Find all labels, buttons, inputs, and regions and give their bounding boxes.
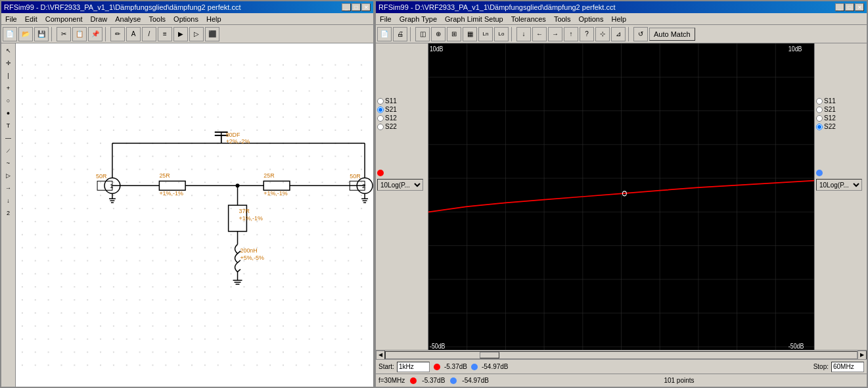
- right-s11-radio[interactable]: [816, 98, 823, 105]
- tb-text[interactable]: A: [126, 27, 141, 41]
- right-maximize[interactable]: □: [845, 3, 854, 11]
- menu-file[interactable]: File: [1, 14, 21, 24]
- tb-sep1: [51, 27, 54, 41]
- left-dropdown-container[interactable]: 10Log(P...: [377, 179, 423, 191]
- tb-stop[interactable]: ⬛: [205, 27, 219, 41]
- right-s21-radio[interactable]: [816, 107, 823, 113]
- right-s11[interactable]: S11: [816, 97, 836, 105]
- scroll-thumb[interactable]: [480, 352, 499, 358]
- right-s22[interactable]: S22: [816, 123, 836, 130]
- rtb-right[interactable]: →: [548, 27, 562, 41]
- rtb-cycle[interactable]: ↺: [633, 27, 648, 41]
- rmenu-graphtype[interactable]: Graph Type: [396, 14, 441, 24]
- rtb-print[interactable]: 🖨: [393, 27, 407, 41]
- start-input[interactable]: [397, 362, 430, 372]
- tool-slash[interactable]: ⟋: [3, 145, 14, 157]
- auto-match-button[interactable]: Auto Match: [649, 28, 695, 41]
- svg-text:200nH: 200nH: [240, 247, 257, 254]
- right-minimize[interactable]: _: [835, 3, 844, 11]
- right-graph-dropdown[interactable]: 10Log(P...: [816, 179, 862, 191]
- tool-dash[interactable]: —: [3, 132, 14, 144]
- tb-copy[interactable]: 📋: [72, 27, 87, 41]
- tb-cut[interactable]: ✂: [57, 27, 71, 41]
- tool-right[interactable]: ▷: [3, 170, 14, 182]
- left-minimize[interactable]: _: [342, 3, 351, 11]
- right-s12-radio[interactable]: [816, 115, 823, 122]
- rmenu-file[interactable]: File: [376, 14, 396, 24]
- rtb-up[interactable]: ↑: [564, 27, 578, 41]
- tb-run[interactable]: ▶: [173, 27, 188, 41]
- tb-run2[interactable]: ▷: [189, 27, 204, 41]
- tool-wire[interactable]: |: [3, 70, 14, 82]
- right-win-controls[interactable]: _ □ ✕: [835, 3, 864, 11]
- menu-analyse[interactable]: Analyse: [111, 14, 145, 24]
- menu-tools[interactable]: Tools: [145, 14, 170, 24]
- right-dropdown-container[interactable]: 10Log(P...: [816, 179, 862, 191]
- left-s12-radio[interactable]: [377, 115, 384, 122]
- rmenu-tolerances[interactable]: Tolerances: [507, 14, 550, 24]
- tool-circle[interactable]: ○: [3, 95, 14, 107]
- right-s12[interactable]: S12: [816, 114, 836, 122]
- rtb-left[interactable]: ←: [532, 27, 547, 41]
- h-scrollbar[interactable]: ◀ ▶: [376, 350, 867, 359]
- stop-input[interactable]: [831, 362, 864, 372]
- left-s21-radio[interactable]: [377, 107, 384, 113]
- scroll-track[interactable]: [385, 351, 857, 359]
- tool-wave[interactable]: ~: [3, 157, 14, 169]
- rtb-logx[interactable]: Ln: [478, 27, 493, 41]
- tb-open[interactable]: 📂: [18, 27, 33, 41]
- rtb-graph2[interactable]: ⊕: [431, 27, 445, 41]
- svg-text:25R: 25R: [159, 172, 170, 179]
- tb-save[interactable]: 💾: [34, 27, 49, 41]
- graph-area: 10dB -50dB 10dB -50dB: [428, 43, 814, 350]
- tool-plus[interactable]: +: [3, 82, 14, 94]
- tb-new[interactable]: 📄: [3, 27, 17, 41]
- status-s21-value: -5.37dB: [422, 377, 445, 384]
- right-close[interactable]: ✕: [855, 3, 864, 11]
- rtb-new[interactable]: 📄: [377, 27, 392, 41]
- left-win-controls[interactable]: _ □ ✕: [342, 3, 371, 11]
- rtb-down[interactable]: ↓: [516, 27, 531, 41]
- rmenu-help[interactable]: Help: [607, 14, 630, 24]
- rmenu-limitsetup[interactable]: Graph Limit Setup: [441, 14, 507, 24]
- left-s21[interactable]: S21: [377, 106, 397, 113]
- menu-options[interactable]: Options: [170, 14, 202, 24]
- left-graph-dropdown[interactable]: 10Log(P...: [377, 179, 423, 191]
- tool-select[interactable]: ↖: [3, 45, 14, 57]
- menu-edit[interactable]: Edit: [21, 14, 41, 24]
- tool-2[interactable]: 2: [3, 207, 14, 219]
- scroll-left-btn[interactable]: ◀: [376, 351, 385, 360]
- rtb-graph3[interactable]: ⊞: [447, 27, 461, 41]
- right-s22-radio[interactable]: [816, 124, 823, 130]
- tb-line[interactable]: /: [142, 27, 156, 41]
- left-s11[interactable]: S11: [377, 97, 397, 105]
- left-s22[interactable]: S22: [377, 123, 397, 130]
- rtb-table[interactable]: ▦: [463, 27, 477, 41]
- tb-pencil[interactable]: ✏: [110, 27, 125, 41]
- left-panel: RFSim99 - D:\VRF2933_PA_v1_1\Dämpfungsgl…: [0, 0, 375, 388]
- rmenu-tools[interactable]: Tools: [550, 14, 575, 24]
- tool-node[interactable]: ●: [3, 107, 14, 119]
- menu-draw[interactable]: Draw: [87, 14, 112, 24]
- tool-move[interactable]: ✛: [3, 57, 14, 69]
- tb-paste[interactable]: 📌: [88, 27, 103, 41]
- rtb-tolerance[interactable]: ⊿: [611, 27, 626, 41]
- tool-arrow[interactable]: →: [3, 182, 14, 194]
- tool-t[interactable]: T: [3, 120, 14, 132]
- tb-calc[interactable]: ≡: [158, 27, 172, 41]
- menu-help[interactable]: Help: [202, 14, 225, 24]
- left-close[interactable]: ✕: [361, 3, 371, 11]
- menu-component[interactable]: Component: [41, 14, 87, 24]
- rmenu-options[interactable]: Options: [575, 14, 608, 24]
- right-s21[interactable]: S21: [816, 106, 836, 113]
- left-s22-radio[interactable]: [377, 124, 384, 130]
- rtb-query[interactable]: ?: [580, 27, 594, 41]
- tool-down[interactable]: ↓: [3, 195, 14, 206]
- left-maximize[interactable]: □: [352, 3, 361, 11]
- left-s11-radio[interactable]: [377, 98, 384, 105]
- rtb-marker[interactable]: ⊹: [595, 27, 610, 41]
- scroll-right-btn[interactable]: ▶: [857, 351, 867, 360]
- rtb-logy[interactable]: Lo: [494, 27, 509, 41]
- rtb-graph1[interactable]: ◫: [415, 27, 430, 41]
- left-s12[interactable]: S12: [377, 114, 397, 122]
